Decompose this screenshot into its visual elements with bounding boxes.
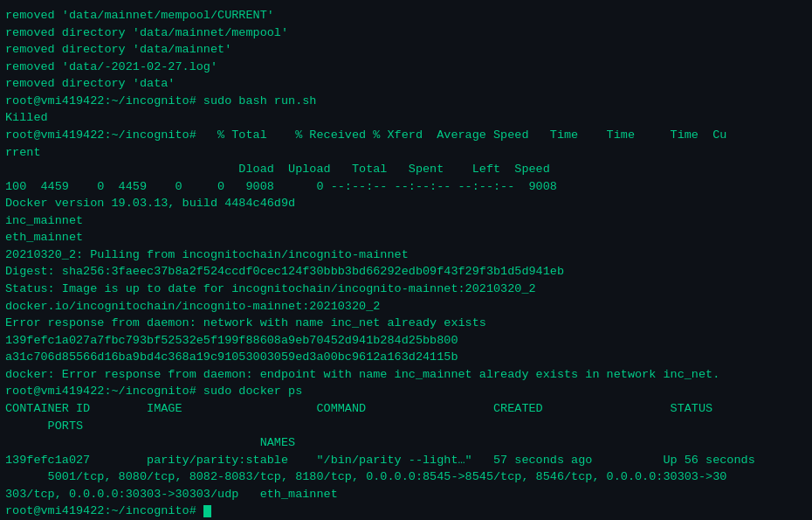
terminal-line: Dload Upload Total Spent Left Speed: [5, 161, 807, 178]
terminal-line: PORTS: [5, 418, 807, 435]
terminal-line: root@vmi419422:~/incognito# sudo bash ru…: [5, 93, 807, 110]
terminal-line: 100 4459 0 4459 0 0 9008 0 --:--:-- --:-…: [5, 178, 807, 196]
terminal-line: 303/tcp, 0.0.0.0:30303->30303/udp eth_ma…: [5, 486, 807, 503]
terminal-line: eth_mainnet: [5, 229, 807, 246]
terminal-line: 139fefc1a027 parity/parity:stable "/bin/…: [5, 452, 807, 469]
terminal-line: rrent: [5, 144, 807, 162]
terminal-line: root@vmi419422:~/incognito#: [5, 503, 807, 520]
terminal-line: 5001/tcp, 8080/tcp, 8082-8083/tcp, 8180/…: [5, 468, 807, 486]
terminal-line: inc_mainnet: [5, 212, 807, 230]
terminal-line: Docker version 19.03.13, build 4484c46d9…: [5, 195, 807, 212]
terminal-line: CONTAINER ID IMAGE COMMAND CREATED STATU…: [5, 400, 807, 418]
terminal-line: docker.io/incognitochain/incognito-mainn…: [5, 298, 807, 315]
terminal-line: 20210320_2: Pulling from incognitochain/…: [5, 246, 807, 264]
terminal-line: removed 'data/mainnet/mempool/CURRENT': [5, 7, 807, 24]
terminal-line: Killed: [5, 109, 807, 127]
terminal-line: Digest: sha256:3faeec37b8a2f524ccdf0cec1…: [5, 263, 807, 281]
terminal-line: 139fefc1a027a7fbc793bf52532e5f199f88608a…: [5, 332, 807, 350]
terminal-line: root@vmi419422:~/incognito# sudo docker …: [5, 383, 807, 400]
terminal-line: NAMES: [5, 434, 807, 452]
terminal-line: Error response from daemon: network with…: [5, 315, 807, 332]
terminal-line: removed directory 'data/mainnet/mempool': [5, 24, 807, 42]
terminal-window: removed 'data/mainnet/mempool/CURRENT're…: [0, 0, 812, 520]
terminal-line: removed 'data/-2021-02-27.log': [5, 59, 807, 76]
terminal-line: docker: Error response from daemon: endp…: [5, 366, 807, 384]
terminal-cursor: [203, 505, 211, 517]
terminal-line: root@vmi419422:~/incognito# % Total % Re…: [5, 127, 807, 144]
terminal-line: Status: Image is up to date for incognit…: [5, 281, 807, 298]
terminal-line: removed directory 'data': [5, 75, 807, 93]
terminal-line: a31c706d85566d16ba9bd4c368a19c9105300305…: [5, 349, 807, 366]
terminal-line: removed directory 'data/mainnet': [5, 41, 807, 59]
